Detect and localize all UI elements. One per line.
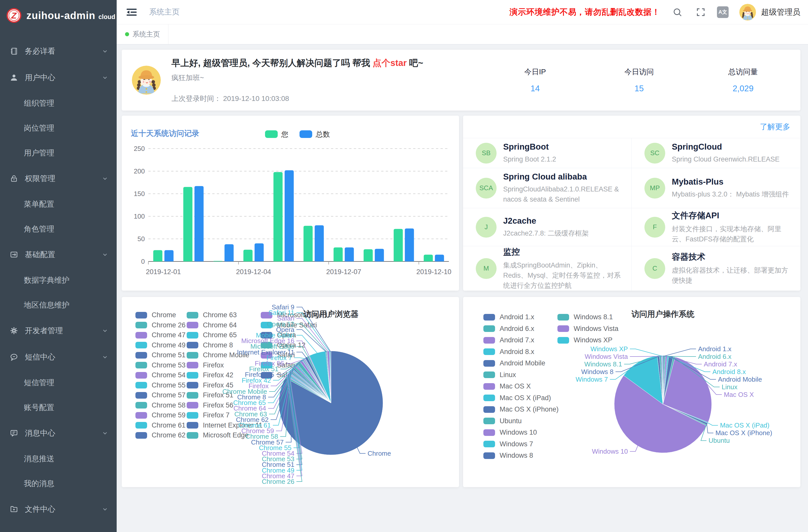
sidebar-subitem[interactable]: 短信管理	[0, 370, 117, 395]
tab-system-home[interactable]: 系统主页	[117, 24, 168, 44]
legend-item[interactable]: Ubuntu	[483, 417, 522, 425]
legend-item[interactable]: Mac OS X (iPhone)	[483, 405, 559, 413]
legend-item[interactable]: Chrome 8	[187, 341, 233, 349]
legend-item[interactable]: Firefox 42	[187, 371, 233, 379]
sidebar-item-5[interactable]: 短信中心	[0, 344, 117, 370]
tech-item-desc: 虚拟化容器技术，让迁移、部署更加方便快捷	[672, 265, 791, 286]
pie-label: Android Mobile	[718, 375, 762, 383]
avatar[interactable]	[739, 4, 756, 20]
last-login: 上次登录时间： 2019-12-10 10:03:08	[171, 94, 423, 104]
learn-more-link[interactable]: 了解更多	[760, 122, 790, 132]
tech-item: MPMybatis-PlusMybatis-plus 3.2.0： Mybati…	[632, 168, 801, 208]
legend-item[interactable]: Chrome 53	[135, 361, 186, 369]
legend-item[interactable]: Android 6.x	[483, 325, 534, 333]
legend-item[interactable]: Opera	[261, 331, 296, 339]
fullscreen-icon[interactable]	[695, 6, 707, 18]
sidebar-subitem[interactable]: 消息推送	[0, 446, 117, 471]
pie-label: Chrome	[367, 450, 391, 457]
legend-item[interactable]: Windows 8	[483, 452, 533, 459]
legend-item[interactable]: Mac OS X	[483, 382, 531, 390]
legend-label: Chrome 51	[152, 351, 186, 359]
legend-item[interactable]: Chrome Mobile	[187, 351, 249, 359]
tech-item-body: 文件存储API封装文件接口，实现本地存储、阿里云、FastDFS存储的配置化	[672, 210, 791, 244]
legend-item[interactable]: Firefox	[187, 361, 224, 369]
legend-item[interactable]: Chrome 61	[135, 421, 186, 429]
sidebar-subitem[interactable]: 地区信息维护	[0, 293, 117, 317]
search-icon[interactable]	[671, 6, 683, 18]
sidebar-subitem[interactable]: 组织管理	[0, 91, 117, 116]
legend-item[interactable]: Linux	[483, 371, 516, 379]
legend-item[interactable]: Chrome 47	[135, 331, 186, 339]
legend-swatch	[483, 371, 495, 378]
tech-item-title: Mybatis-Plus	[672, 177, 789, 187]
legend-item[interactable]: Android Mobile	[483, 359, 545, 367]
legend-item[interactable]: Android 8.x	[483, 348, 534, 356]
legend-item[interactable]: Chrome 26	[135, 321, 186, 329]
legend-item[interactable]: Safari 9	[261, 371, 300, 379]
legend-item[interactable]: Microsoft Edge 16	[261, 311, 332, 319]
legend-item[interactable]: Safari 11	[261, 361, 304, 369]
sidebar-subitem[interactable]: 菜单配置	[0, 192, 117, 217]
sidebar-item-1[interactable]: 用户中心	[0, 65, 117, 91]
pie-slice	[663, 404, 708, 423]
tech-item-body: J2cacheJ2cache2.7.8: 二级缓存框架	[503, 216, 589, 238]
legend-swatch	[187, 412, 198, 419]
legend-item[interactable]: Chrome 55	[135, 381, 186, 389]
chevron-down-icon	[102, 506, 109, 513]
sidebar-item-label: 短信中心	[25, 352, 55, 362]
legend-item[interactable]: Windows Vista	[557, 325, 619, 333]
os-pie-card: Android 1.xAndroid 6.xAndroid 7.xAndroid…	[463, 297, 801, 487]
legend-item[interactable]: Windows 10	[483, 428, 537, 436]
legend-item[interactable]: Opera 12	[261, 341, 306, 349]
sidebar-subitem[interactable]: 我的消息	[0, 471, 117, 496]
sidebar-item-4[interactable]: 开发者管理	[0, 317, 117, 344]
legend-item[interactable]: Windows XP	[557, 336, 612, 344]
legend-item[interactable]: Firefox 7	[187, 411, 229, 419]
sidebar-item-2[interactable]: 权限管理	[0, 165, 117, 192]
legend-swatch	[135, 412, 147, 419]
legend-item[interactable]: Windows 7	[483, 440, 533, 448]
font-size-icon[interactable]: A文	[717, 6, 729, 18]
pie-label: Chrome 53	[262, 455, 294, 463]
sidebar-item-3[interactable]: 基础配置	[0, 241, 117, 268]
legend-item[interactable]: Mac OS X (iPad)	[483, 394, 551, 402]
legend-item[interactable]: Android 7.x	[483, 336, 534, 344]
legend-item[interactable]: Chrome 49	[135, 341, 186, 349]
pie-slice	[302, 360, 331, 403]
legend-item[interactable]: Safari	[261, 351, 295, 359]
sidebar-subitem[interactable]: 角色管理	[0, 217, 117, 241]
sidebar-subitem[interactable]: 用户管理	[0, 141, 117, 165]
legend-item[interactable]: Android 1.x	[483, 313, 534, 321]
sidebar-subitem[interactable]: 账号配置	[0, 395, 117, 420]
sidebar-item-0[interactable]: 务必详看	[0, 38, 117, 65]
username[interactable]: 超级管理员	[761, 7, 801, 18]
tech-item-desc: 封装文件接口，实现本地存储、阿里云、FastDFS存储的配置化	[672, 224, 791, 244]
legend-item[interactable]: Chrome 58	[135, 401, 186, 409]
legend-item[interactable]: Internet Explorer 11	[187, 421, 262, 429]
legend-item[interactable]: Chrome 57	[135, 391, 186, 399]
menu-fold-icon[interactable]	[126, 6, 139, 18]
legend-item[interactable]: Chrome 51	[135, 351, 186, 359]
legend-item[interactable]: Firefox 45	[187, 381, 233, 389]
legend-item[interactable]: Chrome 64	[187, 321, 237, 329]
legend-item[interactable]: Windows 8.1	[557, 313, 613, 321]
legend-item[interactable]: Chrome 59	[135, 411, 186, 419]
pies-row: ChromeChrome 26Chrome 47Chrome 49Chrome …	[122, 297, 801, 487]
legend-item[interactable]: Microsoft Edge	[187, 431, 249, 439]
sidebar-item-6[interactable]: 消息中心	[0, 420, 117, 446]
legend-item[interactable]: Chrome 54	[135, 371, 186, 379]
sidebar-subitem[interactable]: 岗位管理	[0, 116, 117, 141]
star-link[interactable]: 点个star	[372, 58, 406, 68]
legend-item[interactable]: Chrome	[135, 311, 176, 319]
sidebar-subitem[interactable]: 数据字典维护	[0, 268, 117, 293]
legend-item[interactable]: Mobile Safari	[261, 321, 317, 329]
legend-item[interactable]: Firefox 51	[187, 391, 233, 399]
legend-item[interactable]: Chrome 62	[135, 431, 186, 439]
legend-item[interactable]: Firefox 56	[187, 401, 233, 409]
legend-item[interactable]: Chrome 65	[187, 331, 237, 339]
legend-swatch	[135, 402, 147, 408]
legend-item[interactable]: Chrome 63	[187, 311, 237, 319]
sidebar-item-7[interactable]: 文件中心	[0, 496, 117, 522]
tech-item-avatar: SC	[644, 143, 665, 164]
pie-label: Chrome 63	[234, 410, 267, 418]
